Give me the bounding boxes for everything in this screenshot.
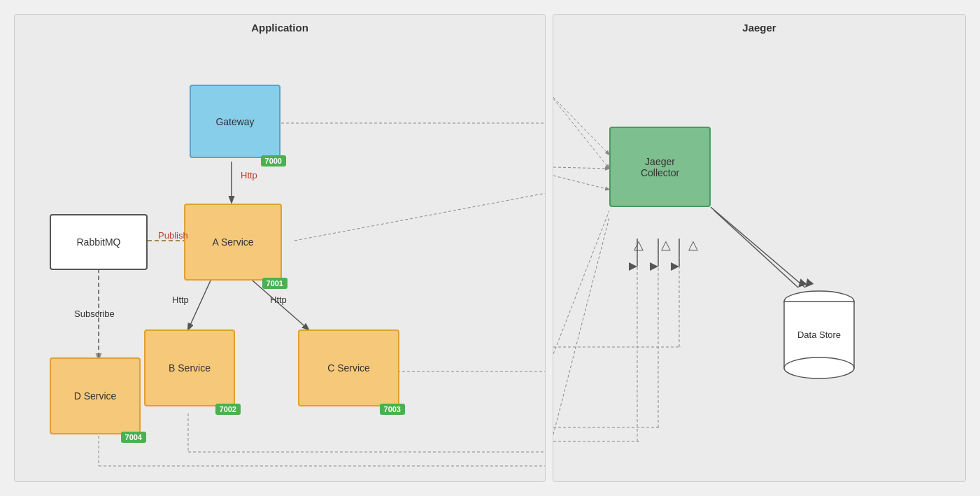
rabbitmq-label: RabbitMQ bbox=[76, 236, 120, 248]
data-store: Data Store bbox=[777, 288, 861, 385]
svg-line-19 bbox=[714, 211, 798, 288]
svg-line-15 bbox=[553, 218, 609, 434]
publish-label: Publish bbox=[158, 230, 188, 241]
arrival-lines-svg bbox=[553, 15, 965, 481]
data-store-svg: Data Store bbox=[777, 288, 861, 385]
b-service-label: B Service bbox=[169, 362, 211, 374]
b-service-port: 7002 bbox=[215, 404, 241, 415]
gateway-box: Gateway 7000 bbox=[190, 85, 280, 158]
main-container: Application bbox=[0, 0, 980, 496]
c-service-port: 7003 bbox=[380, 404, 405, 415]
a-service-port: 7001 bbox=[262, 278, 287, 289]
jaeger-collector-box: JaegerCollector bbox=[609, 127, 711, 207]
svg-line-20 bbox=[553, 97, 609, 155]
jaeger-title: Jaeger bbox=[553, 15, 965, 34]
up-arrows: △ △ △ bbox=[634, 237, 698, 253]
jaeger-collector-label: JaegerCollector bbox=[641, 156, 679, 178]
c-service-box: C Service 7003 bbox=[298, 330, 399, 406]
d-service-box: D Service 7004 bbox=[50, 357, 141, 434]
d-service-label: D Service bbox=[74, 390, 117, 402]
a-service-box: A Service 7001 bbox=[184, 204, 282, 281]
svg-line-21 bbox=[553, 167, 609, 169]
http-label-1: Http bbox=[241, 170, 257, 180]
svg-line-1 bbox=[188, 281, 211, 330]
gateway-port: 7000 bbox=[261, 155, 286, 166]
gateway-label: Gateway bbox=[215, 116, 254, 127]
application-panel: Application bbox=[14, 14, 546, 482]
svg-line-14 bbox=[553, 211, 609, 354]
svg-line-6 bbox=[294, 193, 545, 241]
http-label-2: Http bbox=[172, 295, 189, 305]
svg-point-31 bbox=[784, 357, 854, 378]
b-service-box: B Service 7002 bbox=[144, 330, 235, 406]
a-service-label: A Service bbox=[212, 236, 253, 248]
svg-line-12 bbox=[553, 99, 609, 169]
right-panel-svg bbox=[553, 15, 965, 481]
jaeger-panel: Jaeger bbox=[553, 14, 966, 482]
d-service-port: 7004 bbox=[121, 432, 146, 443]
subscribe-label: Subscribe bbox=[74, 309, 115, 319]
svg-line-28 bbox=[711, 207, 805, 288]
http-label-3: Http bbox=[270, 295, 287, 305]
svg-line-13 bbox=[553, 176, 609, 190]
rabbitmq-box: RabbitMQ bbox=[50, 214, 148, 270]
c-service-label: C Service bbox=[327, 362, 370, 374]
svg-text:Data Store: Data Store bbox=[797, 330, 841, 340]
application-title: Application bbox=[15, 15, 545, 34]
